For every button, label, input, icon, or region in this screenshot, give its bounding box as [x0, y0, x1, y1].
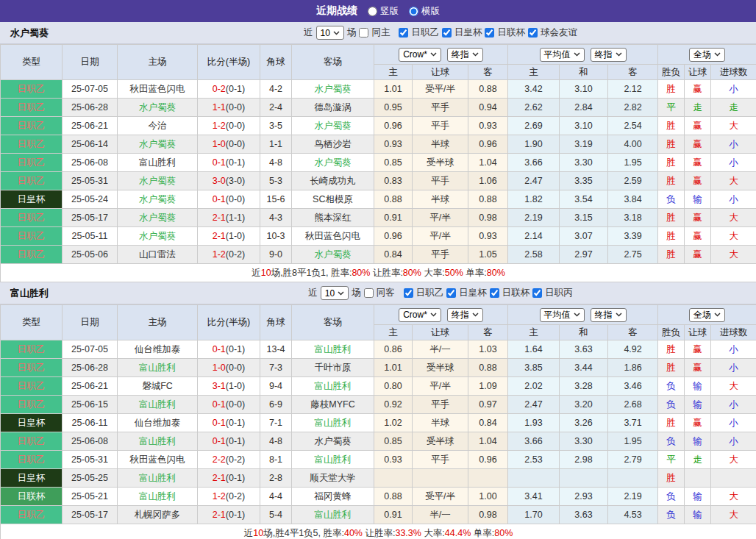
odds-cell: 0.94 [468, 99, 508, 117]
result-cell: 负 [658, 432, 685, 451]
company-dropdown[interactable]: Crow* [399, 308, 441, 322]
col-header-avg-draw: 和 [560, 65, 608, 80]
league-filter-label: 日皇杯 [459, 287, 487, 299]
league-filter-label: 日职乙 [416, 287, 444, 299]
average-odds-cell: 3.42 [508, 80, 560, 99]
average-odds-cell: 3.63 [560, 506, 608, 524]
result-cell: 胜 [658, 117, 685, 135]
odds-cell: 平手 [413, 246, 468, 264]
result-cell: 赢 [685, 246, 711, 264]
result-cell: 赢 [685, 117, 711, 135]
fulltime-dropdown[interactable]: 全场 [689, 308, 725, 322]
home-team-cell: 今治 [118, 117, 198, 135]
result-cell: 胜 [658, 414, 685, 432]
league-filter-checkbox[interactable] [446, 288, 456, 298]
fulltime-dropdown-value: 全场 [693, 49, 711, 61]
score-cell: 0-1(0-1) [198, 432, 260, 451]
average-odds-cell: 2.84 [560, 99, 608, 117]
col-header-corner: 角球 [260, 45, 292, 80]
league-filter-checkbox[interactable] [399, 28, 408, 38]
league-filter-checkbox[interactable] [532, 288, 542, 298]
average-odds-cell: 3.46 [608, 377, 658, 396]
average-odds-cell: 2.47 [508, 172, 560, 190]
result-cell: 小 [711, 190, 756, 209]
league-filter-checkbox[interactable] [490, 288, 499, 298]
odds-cell: 0.85 [374, 154, 413, 172]
average-odds-cell: 2.82 [608, 99, 658, 117]
odds-cell: 半/一 [413, 340, 468, 359]
odds-cell: 0.93 [468, 227, 508, 246]
final-odds-dropdown[interactable]: 终指 [447, 308, 483, 322]
corner-cell: 7-3 [260, 359, 292, 377]
odds-cell: 0.93 [468, 117, 508, 135]
average-odds-cell: 3.30 [560, 432, 608, 451]
average-odds-cell: 3.85 [508, 359, 560, 377]
final-odds-dropdown[interactable]: 终指 [591, 48, 627, 62]
average-odds-cell: 2.93 [560, 488, 608, 506]
match-count-dropdown[interactable]: 10 [321, 286, 349, 300]
same-venue-checkbox[interactable] [359, 28, 368, 38]
col-header-goals: 进球数 [711, 325, 756, 340]
company-dropdown[interactable]: Crow* [399, 48, 441, 62]
match-count-value: 10 [321, 28, 330, 38]
odds-cell: 受半球 [413, 154, 468, 172]
layout-radio-horizontal[interactable]: 横版 [409, 5, 440, 18]
vertical-radio-input[interactable] [368, 7, 377, 16]
average-dropdown[interactable]: 平均值 [540, 48, 585, 62]
final-odds-dropdown[interactable]: 终指 [591, 308, 627, 322]
average-odds-cell: 3.44 [560, 359, 608, 377]
average-odds-cell: 2.53 [508, 451, 560, 469]
result-cell: 小 [711, 414, 756, 432]
result-cell: 大 [711, 451, 756, 469]
home-team-cell: 水户蜀葵 [118, 172, 198, 190]
matches-label: 场 [347, 26, 357, 39]
result-cell: 赢 [685, 227, 711, 246]
col-header-crow-home: 主 [374, 325, 413, 340]
score-cell: 0-1(0-1) [198, 414, 260, 432]
away-team-cell: 水户蜀葵 [292, 246, 374, 264]
average-odds-cell: 3.28 [560, 377, 608, 396]
result-cell: 大 [711, 172, 756, 190]
competition-type-cell: 日职乙 [1, 172, 63, 190]
result-cell: 小 [711, 432, 756, 451]
same-venue-checkbox[interactable] [364, 288, 374, 298]
result-cell: 赢 [685, 172, 711, 190]
chevron-down-icon [616, 313, 622, 317]
fulltime-group-header: 全场 [658, 305, 756, 325]
horizontal-radio-input[interactable] [409, 7, 418, 16]
score-cell: 1-2(0-2) [198, 488, 260, 506]
away-team-cell: 富山胜利 [292, 377, 374, 396]
filter-controls: 近 10 场 同主 日职乙 日皇杯 日联杯 球会友谊 [179, 26, 577, 40]
layout-radio-vertical[interactable]: 竖版 [368, 5, 399, 18]
league-filter-label: 日皇杯 [454, 26, 482, 39]
score-cell: 1-0(0-0) [198, 135, 260, 154]
average-odds-cell: 3.66 [508, 154, 560, 172]
chevron-down-icon [430, 52, 437, 57]
date-cell: 25-05-17 [63, 209, 118, 227]
final-odds-dropdown[interactable]: 终指 [447, 48, 483, 62]
league-filter-checkbox[interactable] [485, 28, 494, 38]
match-row: 日职乙25-06-15富山胜利0-1(0-0)6-9藤枝MYFC0.92平手0.… [1, 396, 756, 414]
date-cell: 25-05-25 [63, 469, 118, 488]
average-odds-cell: 1.95 [608, 432, 658, 451]
match-count-dropdown[interactable]: 10 [316, 26, 344, 40]
odds-cell: 半球 [413, 135, 468, 154]
date-cell: 25-06-28 [63, 359, 118, 377]
fulltime-dropdown[interactable]: 全场 [689, 48, 725, 62]
team-section-0: 水户蜀葵 近 10 场 同主 日职乙 日皇杯 日联杯 球会友谊 [0, 22, 756, 282]
odds-cell: 平手 [413, 451, 468, 469]
odds-cell: 0.96 [374, 227, 413, 246]
average-odds-cell: 2.14 [508, 227, 560, 246]
corner-cell: 2-4 [260, 99, 292, 117]
competition-type-cell: 日职乙 [1, 80, 63, 99]
league-filter-checkbox[interactable] [528, 28, 538, 38]
score-cell: 0-1(0-0) [198, 396, 260, 414]
odds-cell: 受半球 [413, 432, 468, 451]
average-dropdown[interactable]: 平均值 [540, 308, 585, 322]
date-cell: 25-07-05 [63, 340, 118, 359]
league-filter-checkbox[interactable] [404, 288, 413, 298]
away-team-cell: 藤枝MYFC [292, 396, 374, 414]
league-filter-checkbox[interactable] [442, 28, 452, 38]
vertical-radio-label: 竖版 [380, 5, 399, 18]
date-cell: 25-05-24 [63, 190, 118, 209]
